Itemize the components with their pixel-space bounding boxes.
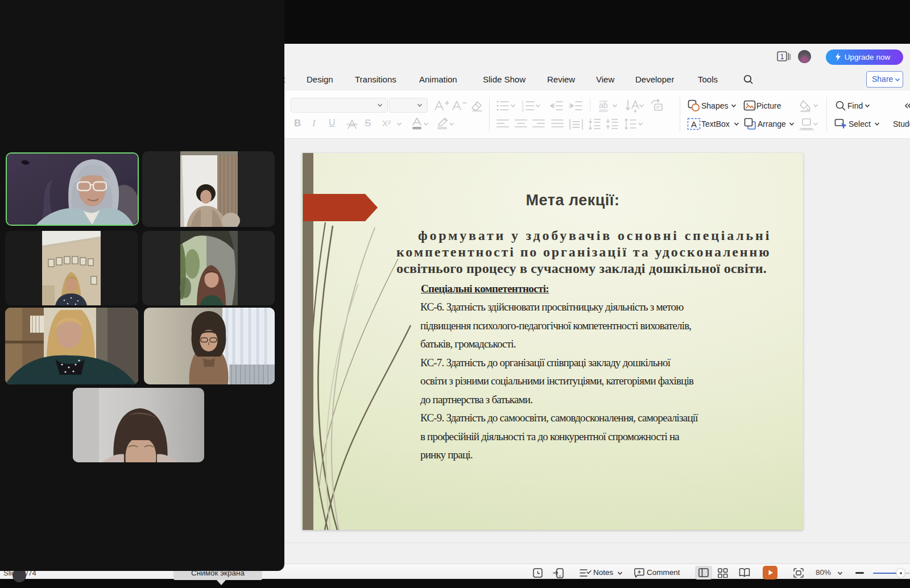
svg-text:A: A	[691, 119, 697, 129]
svg-text:1: 1	[780, 53, 784, 61]
svg-text:3: 3	[522, 108, 524, 112]
svg-text:1: 1	[522, 100, 524, 104]
svg-text:2: 2	[522, 104, 524, 108]
svg-text:ab: ab	[599, 101, 608, 110]
